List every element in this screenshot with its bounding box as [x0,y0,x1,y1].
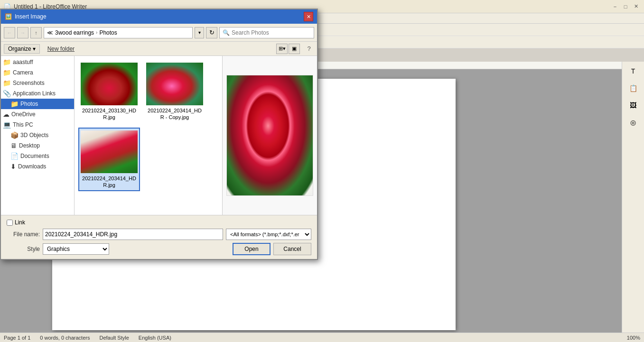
search-input[interactable] [232,29,311,36]
link-row: Link [7,219,311,226]
style-label: Style [7,246,40,252]
folder-icon: 📁 [10,100,19,108]
onedrive-icon: ☁ [3,111,9,118]
tree-panel: 📁 aaastuff 📁 Camera 📁 Screenshots 📎 Appl… [1,56,75,215]
new-folder-button[interactable]: New folder [44,45,78,53]
preview-container [223,56,317,215]
link-label: Link [15,219,25,226]
file-name-2: 20210224_203414_HDR - Copy.jpg [147,107,203,121]
dialog-title-bar: 🖼️ Insert Image ✕ [1,9,317,24]
search-icon: 🔍 [223,29,230,36]
dialog-content: 📁 aaastuff 📁 Camera 📁 Screenshots 📎 Appl… [1,56,317,215]
tree-label: Application Links [13,90,56,97]
file-item-selected[interactable]: 20210224_203414_HDR.jpg [78,128,140,192]
tree-label: Desktop [19,142,40,149]
folder-icon: 📄 [10,152,19,160]
filetype-select[interactable]: <All formats> (*.bmp;*.dxf;*.er [226,229,311,240]
folder-icon: 📁 [3,58,11,66]
tree-label: OneDrive [11,111,36,118]
dialog-close-button[interactable]: ✕ [304,12,313,21]
rose-image-1 [81,63,138,105]
preview-area [222,56,317,215]
file-thumbnail-1 [81,63,138,105]
folder-icon: 📁 [3,79,11,87]
tree-item-screenshots[interactable]: 📁 Screenshots [1,78,74,88]
organize-arrow-icon: ▾ [33,46,36,52]
back-button[interactable]: ← [4,27,15,38]
tree-label: Camera [13,69,33,76]
dialog-overlay: 🖼️ Insert Image ✕ ← → ↑ ≪ 3wood earrings… [0,0,644,342]
tree-label: Screenshots [13,80,45,86]
rose-image-2 [146,63,203,105]
folder-icon: 📁 [3,69,11,76]
file-grid[interactable]: 20210224_203130_HDR.jpg 20210224_203414_… [75,56,222,215]
dialog-bottom: Link File name: <All formats> (*.bmp;*.d… [1,215,317,259]
style-row: Style Graphics Open Cancel [7,243,311,255]
breadcrumb-parent: 3wood earrings [55,29,94,36]
breadcrumb-arrow-1: › [96,30,97,35]
folder-icon: 📦 [10,131,19,139]
forward-button[interactable]: → [17,27,28,38]
view-buttons: ⊞▾ ▣ [276,44,300,54]
filename-row: File name: <All formats> (*.bmp;*.dxf;*.… [7,229,311,240]
file-name-1: 20210224_203130_HDR.jpg [81,107,137,121]
file-item[interactable]: 20210224_203414_HDR - Copy.jpg [144,60,205,124]
pc-icon: 💻 [3,121,11,129]
applinks-icon: 📎 [3,90,11,97]
tree-item-documents[interactable]: 📄 Documents [1,151,74,161]
tree-label: This PC [13,121,33,128]
filename-input[interactable] [43,229,223,240]
dialog-toolbar: Organize ▾ New folder ⊞▾ ▣ ? [1,42,317,56]
tree-label: 3D Objects [20,132,48,139]
breadcrumb-current: Photos [99,29,117,36]
tree-label: Downloads [18,163,46,170]
tree-item-applinks[interactable]: 📎 Application Links [1,88,74,99]
breadcrumb-dropdown[interactable]: ▾ [195,27,204,38]
dialog-nav-bar: ← → ↑ ≪ 3wood earrings › Photos ▾ ↻ 🔍 [1,24,317,42]
file-name-3: 20210224_203414_HDR.jpg [81,175,137,189]
refresh-button[interactable]: ↻ [206,27,217,38]
tree-label: aaastuff [13,59,33,65]
tree-item-thispc[interactable]: 💻 This PC [1,120,74,130]
folder-icon: 🖥 [10,142,17,149]
tree-item-photos[interactable]: 📁 Photos [1,99,74,109]
breadcrumb-separator-icon: ≪ [47,29,53,36]
tree-item-3dobjects[interactable]: 📦 3D Objects [1,130,74,140]
style-select[interactable]: Graphics [43,243,109,255]
tree-item-aaastuff[interactable]: 📁 aaastuff [1,57,74,67]
open-button[interactable]: Open [233,243,271,255]
preview-rose-image [226,75,313,196]
file-thumbnail-2 [146,63,203,105]
dialog-title-icon: 🖼️ [5,13,12,20]
filename-label: File name: [7,231,40,238]
tree-item-downloads[interactable]: ⬇ Downloads [1,161,74,172]
organize-button[interactable]: Organize ▾ [4,44,40,54]
downloads-icon: ⬇ [10,163,16,170]
action-buttons: Open Cancel [233,243,311,255]
tree-item-desktop[interactable]: 🖥 Desktop [1,140,74,151]
organize-label: Organize [8,46,31,52]
up-button[interactable]: ↑ [30,27,42,38]
tree-item-onedrive[interactable]: ☁ OneDrive [1,109,74,120]
view-mode-button[interactable]: ⊞▾ [276,44,288,54]
help-button[interactable]: ? [304,44,314,54]
file-item[interactable]: 20210224_203130_HDR.jpg [78,60,140,124]
tree-label: Photos [20,101,38,107]
breadcrumb[interactable]: ≪ 3wood earrings › Photos [44,27,193,38]
insert-image-dialog: 🖼️ Insert Image ✕ ← → ↑ ≪ 3wood earrings… [0,9,318,260]
rose-image-3 [81,130,138,173]
tree-item-camera[interactable]: 📁 Camera [1,67,74,78]
tree-label: Documents [20,153,49,159]
dialog-title: Insert Image [15,13,47,20]
pane-toggle-button[interactable]: ▣ [289,44,300,54]
search-box: 🔍 [219,27,314,38]
cancel-button[interactable]: Cancel [273,243,311,255]
file-thumbnail-3 [81,130,138,173]
link-checkbox[interactable] [7,220,13,226]
